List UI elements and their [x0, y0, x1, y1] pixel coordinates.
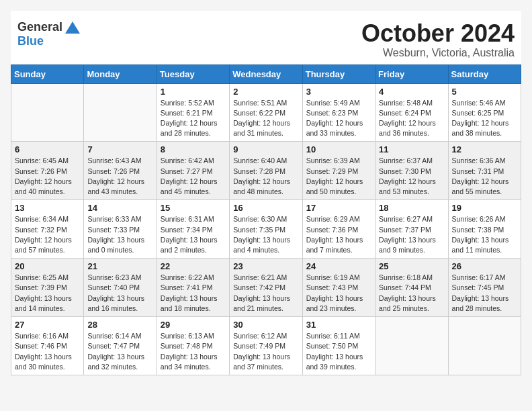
- table-row: 22Sunrise: 6:22 AM Sunset: 7:41 PM Dayli…: [157, 259, 229, 317]
- calendar-week-row: 6Sunrise: 6:45 AM Sunset: 7:26 PM Daylig…: [11, 142, 521, 200]
- day-number: 28: [87, 320, 152, 330]
- day-number: 13: [15, 203, 80, 213]
- table-row: 30Sunrise: 6:12 AM Sunset: 7:49 PM Dayli…: [230, 317, 302, 375]
- day-info: Sunrise: 6:16 AM Sunset: 7:46 PM Dayligh…: [15, 331, 80, 372]
- day-info: Sunrise: 6:43 AM Sunset: 7:26 PM Dayligh…: [87, 156, 152, 197]
- calendar-week-row: 27Sunrise: 6:16 AM Sunset: 7:46 PM Dayli…: [11, 317, 521, 375]
- day-number: 27: [15, 320, 80, 330]
- table-row: 11Sunrise: 6:37 AM Sunset: 7:30 PM Dayli…: [375, 142, 448, 200]
- day-info: Sunrise: 6:39 AM Sunset: 7:29 PM Dayligh…: [306, 156, 371, 197]
- table-row: 26Sunrise: 6:17 AM Sunset: 7:45 PM Dayli…: [448, 259, 521, 317]
- table-row: 15Sunrise: 6:31 AM Sunset: 7:34 PM Dayli…: [157, 200, 229, 259]
- day-number: 31: [306, 320, 371, 330]
- day-info: Sunrise: 6:40 AM Sunset: 7:28 PM Dayligh…: [233, 156, 298, 197]
- day-info: Sunrise: 6:29 AM Sunset: 7:36 PM Dayligh…: [306, 214, 371, 255]
- day-number: 10: [306, 144, 371, 154]
- table-row: 4Sunrise: 5:48 AM Sunset: 6:24 PM Daylig…: [375, 83, 448, 142]
- day-number: 29: [161, 320, 226, 330]
- day-number: 26: [452, 261, 517, 271]
- day-info: Sunrise: 6:36 AM Sunset: 7:31 PM Dayligh…: [452, 156, 517, 197]
- day-number: 20: [15, 261, 80, 271]
- day-info: Sunrise: 5:52 AM Sunset: 6:21 PM Dayligh…: [161, 98, 226, 139]
- day-number: 18: [379, 203, 444, 213]
- day-number: 23: [233, 261, 298, 271]
- day-number: 9: [233, 144, 298, 154]
- calendar-table: Sunday Monday Tuesday Wednesday Thursday…: [11, 64, 521, 375]
- table-row: 14Sunrise: 6:33 AM Sunset: 7:33 PM Dayli…: [84, 200, 157, 259]
- day-number: 5: [452, 87, 517, 97]
- table-row: [448, 317, 521, 375]
- table-row: 5Sunrise: 5:46 AM Sunset: 6:25 PM Daylig…: [448, 83, 521, 142]
- calendar-page: General Blue October 2024 Wesburn, Victo…: [11, 11, 521, 375]
- day-number: 2: [233, 87, 298, 97]
- title-block: October 2024 Wesburn, Victoria, Australi…: [361, 20, 515, 59]
- day-number: 11: [379, 144, 444, 154]
- day-number: 24: [306, 261, 371, 271]
- table-row: [375, 317, 448, 375]
- day-info: Sunrise: 6:21 AM Sunset: 7:42 PM Dayligh…: [233, 273, 298, 314]
- day-number: 1: [161, 87, 226, 97]
- day-info: Sunrise: 6:12 AM Sunset: 7:49 PM Dayligh…: [233, 331, 298, 372]
- calendar-header-row: Sunday Monday Tuesday Wednesday Thursday…: [11, 64, 521, 83]
- day-number: 3: [306, 87, 371, 97]
- day-number: 17: [306, 203, 371, 213]
- day-number: 22: [161, 261, 226, 271]
- table-row: 20Sunrise: 6:25 AM Sunset: 7:39 PM Dayli…: [11, 259, 84, 317]
- table-row: 29Sunrise: 6:13 AM Sunset: 7:48 PM Dayli…: [157, 317, 229, 375]
- table-row: 12Sunrise: 6:36 AM Sunset: 7:31 PM Dayli…: [448, 142, 521, 200]
- col-friday: Friday: [375, 64, 448, 83]
- day-number: 4: [379, 87, 444, 97]
- day-info: Sunrise: 6:30 AM Sunset: 7:35 PM Dayligh…: [233, 214, 298, 255]
- col-thursday: Thursday: [302, 64, 375, 83]
- day-info: Sunrise: 6:19 AM Sunset: 7:43 PM Dayligh…: [306, 273, 371, 314]
- table-row: 31Sunrise: 6:11 AM Sunset: 7:50 PM Dayli…: [302, 317, 375, 375]
- month-title: October 2024: [361, 20, 515, 47]
- day-number: 12: [452, 144, 517, 154]
- table-row: 6Sunrise: 6:45 AM Sunset: 7:26 PM Daylig…: [11, 142, 84, 200]
- day-number: 15: [161, 203, 226, 213]
- day-number: 8: [161, 144, 226, 154]
- table-row: 24Sunrise: 6:19 AM Sunset: 7:43 PM Dayli…: [302, 259, 375, 317]
- table-row: [11, 83, 84, 142]
- day-info: Sunrise: 5:48 AM Sunset: 6:24 PM Dayligh…: [379, 98, 444, 139]
- table-row: 25Sunrise: 6:18 AM Sunset: 7:44 PM Dayli…: [375, 259, 448, 317]
- day-info: Sunrise: 6:22 AM Sunset: 7:41 PM Dayligh…: [161, 273, 226, 314]
- table-row: 23Sunrise: 6:21 AM Sunset: 7:42 PM Dayli…: [230, 259, 302, 317]
- table-row: 18Sunrise: 6:27 AM Sunset: 7:37 PM Dayli…: [375, 200, 448, 259]
- day-info: Sunrise: 6:33 AM Sunset: 7:33 PM Dayligh…: [87, 214, 152, 255]
- col-monday: Monday: [84, 64, 157, 83]
- logo-blue-text: Blue: [17, 34, 44, 48]
- day-info: Sunrise: 6:11 AM Sunset: 7:50 PM Dayligh…: [306, 331, 371, 372]
- day-info: Sunrise: 6:13 AM Sunset: 7:48 PM Dayligh…: [161, 331, 226, 372]
- col-tuesday: Tuesday: [157, 64, 229, 83]
- table-row: 8Sunrise: 6:42 AM Sunset: 7:27 PM Daylig…: [157, 142, 229, 200]
- day-info: Sunrise: 6:27 AM Sunset: 7:37 PM Dayligh…: [379, 214, 444, 255]
- day-number: 7: [87, 144, 152, 154]
- day-number: 14: [87, 203, 152, 213]
- table-row: 10Sunrise: 6:39 AM Sunset: 7:29 PM Dayli…: [302, 142, 375, 200]
- calendar-week-row: 1Sunrise: 5:52 AM Sunset: 6:21 PM Daylig…: [11, 83, 521, 142]
- logo: General Blue: [17, 20, 80, 48]
- table-row: 1Sunrise: 5:52 AM Sunset: 6:21 PM Daylig…: [157, 83, 229, 142]
- table-row: 2Sunrise: 5:51 AM Sunset: 6:22 PM Daylig…: [230, 83, 302, 142]
- table-row: 28Sunrise: 6:14 AM Sunset: 7:47 PM Dayli…: [84, 317, 157, 375]
- day-info: Sunrise: 5:46 AM Sunset: 6:25 PM Dayligh…: [452, 98, 517, 139]
- day-number: 6: [15, 144, 80, 154]
- table-row: 16Sunrise: 6:30 AM Sunset: 7:35 PM Dayli…: [230, 200, 302, 259]
- day-info: Sunrise: 6:17 AM Sunset: 7:45 PM Dayligh…: [452, 273, 517, 314]
- calendar-week-row: 13Sunrise: 6:34 AM Sunset: 7:32 PM Dayli…: [11, 200, 521, 259]
- logo-icon: [65, 21, 80, 34]
- day-number: 21: [87, 261, 152, 271]
- day-info: Sunrise: 6:14 AM Sunset: 7:47 PM Dayligh…: [87, 331, 152, 372]
- col-sunday: Sunday: [11, 64, 84, 83]
- table-row: 17Sunrise: 6:29 AM Sunset: 7:36 PM Dayli…: [302, 200, 375, 259]
- day-info: Sunrise: 5:51 AM Sunset: 6:22 PM Dayligh…: [233, 98, 298, 139]
- table-row: 3Sunrise: 5:49 AM Sunset: 6:23 PM Daylig…: [302, 83, 375, 142]
- table-row: 21Sunrise: 6:23 AM Sunset: 7:40 PM Dayli…: [84, 259, 157, 317]
- logo-general-text: General: [17, 20, 62, 34]
- day-info: Sunrise: 6:31 AM Sunset: 7:34 PM Dayligh…: [161, 214, 226, 255]
- table-row: 19Sunrise: 6:26 AM Sunset: 7:38 PM Dayli…: [448, 200, 521, 259]
- col-saturday: Saturday: [448, 64, 521, 83]
- location-text: Wesburn, Victoria, Australia: [361, 47, 515, 59]
- day-info: Sunrise: 6:26 AM Sunset: 7:38 PM Dayligh…: [452, 214, 517, 255]
